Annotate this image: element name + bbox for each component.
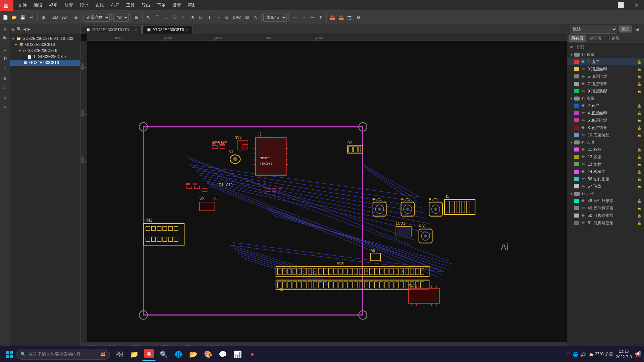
spread-h-button[interactable]: ⇔	[308, 12, 316, 22]
layer-8-lock[interactable]: 🔒	[637, 126, 641, 130]
taskbar-file-explorer[interactable]: 📁	[127, 348, 141, 361]
layer-row-14[interactable]: 👁 14 机械层 🔒	[567, 168, 644, 175]
layer-13-eye[interactable]: 👁	[581, 162, 585, 166]
layer-row-49[interactable]: 👁 49 元件标识层 🔒	[567, 204, 644, 212]
layer-48-eye[interactable]: 👁	[581, 199, 585, 203]
sidebar-net-icon[interactable]: ⊕	[1, 74, 9, 82]
layer-11-lock[interactable]: 🔒	[637, 148, 641, 152]
layer-row-11[interactable]: 👁 11 板框 🔒	[567, 146, 644, 153]
pcb-content[interactable]: KN1	[87, 41, 567, 342]
system-time[interactable]: 21:16 2022-7-3	[616, 349, 632, 360]
menu-order[interactable]: 下单	[154, 1, 169, 10]
sidebar-layers-icon[interactable]: ≡	[1, 46, 9, 54]
unit-select[interactable]: mil	[113, 13, 129, 22]
tree-root[interactable]: ▼ 📁 GD32E230C8T6-V1.0.0-202...	[10, 36, 80, 42]
export-button[interactable]: 📤	[337, 12, 345, 22]
menu-tools[interactable]: 工具	[123, 1, 138, 10]
start-button[interactable]	[3, 348, 16, 361]
taskbar-app6[interactable]: 🎨	[201, 348, 215, 361]
bottom-group-eye[interactable]: 👁	[581, 97, 585, 101]
sidebar-comp-icon[interactable]: ◧	[1, 54, 9, 62]
sidebar-note-icon[interactable]: ✎	[1, 103, 9, 111]
snap-button[interactable]: ⊕	[72, 12, 80, 22]
via-button[interactable]: ⊙	[223, 12, 231, 22]
arc-button[interactable]: ◔	[188, 12, 196, 22]
layer-1-lock[interactable]: 🔒	[637, 60, 641, 64]
layer-row-48[interactable]: 👁 48 元件外形层 🔒	[567, 197, 644, 204]
layer-3-eye[interactable]: 👁	[581, 67, 585, 71]
comp-group-eye[interactable]: 👁	[581, 192, 585, 196]
cursor-button[interactable]: ↖	[144, 12, 152, 22]
rect-button[interactable]: ▭	[162, 12, 170, 22]
layer-12-eye[interactable]: 👁	[581, 155, 585, 159]
sidebar-fab-icon[interactable]: ⊞	[1, 95, 9, 103]
ratsnest-button[interactable]: ⊠	[243, 12, 251, 22]
spread-v-button[interactable]: ⇕	[317, 12, 325, 22]
settings2-button[interactable]: ⚙	[355, 12, 363, 22]
tray-network[interactable]: 🌐	[573, 352, 578, 357]
layer-group-comp[interactable]: ▼ 👁 元件	[567, 190, 644, 197]
layer-row-50[interactable]: 👁 50 引脚焊接层 🔒	[567, 212, 644, 219]
layer-2-eye[interactable]: 👁	[581, 104, 585, 108]
layer-7-lock[interactable]: 🔒	[637, 82, 641, 86]
layer-9-eye[interactable]: 👁	[581, 89, 585, 93]
layer-4-eye[interactable]: 👁	[581, 111, 585, 115]
menu-help[interactable]: 帮助	[184, 1, 200, 10]
layer-row-8[interactable]: 👁 8 底层锡膏 🔒	[567, 124, 644, 131]
close-button[interactable]: ✕	[629, 0, 644, 11]
2d-button[interactable]: 2D	[51, 12, 59, 22]
tree-pcb[interactable]: — 🔲 GD32E230C8T6	[10, 60, 80, 66]
minimize-button[interactable]: ⎯	[598, 0, 613, 11]
layer-row-12[interactable]: 👁 12 多层 🔒	[567, 153, 644, 161]
layer-row-13[interactable]: 👁 13 文档 🔒	[567, 161, 644, 168]
tab1-close[interactable]: ✕	[135, 28, 137, 32]
layer-57-lock[interactable]: 🔒	[637, 185, 641, 188]
layer-row-3[interactable]: 👁 3 顶层丝印 🔒	[567, 65, 644, 73]
layer-row-5[interactable]: 👁 5 顶层阻焊 🔒	[567, 73, 644, 80]
layer-row-9[interactable]: 👁 9 顶层装配 🔒	[567, 87, 644, 95]
measure-button[interactable]: ⊢	[214, 12, 222, 22]
circle-button[interactable]: ○	[179, 12, 187, 22]
layer-row-all[interactable]: 👁 全部	[567, 44, 644, 51]
layer-51-lock[interactable]: 🔒	[637, 221, 641, 225]
layer-row-51[interactable]: 👁 51 引脚暴空层 🔒	[567, 219, 644, 227]
sidebar-drc-icon[interactable]: ⚠	[1, 83, 9, 91]
taskbar-browser[interactable]: 🌐	[172, 348, 185, 361]
taskbar-eda-app[interactable]: 嘉	[142, 348, 156, 361]
layer-settings-button[interactable]: ⊞	[633, 24, 641, 34]
layer-10-eye[interactable]: 👁	[581, 133, 585, 137]
new-button[interactable]: 📄	[1, 12, 9, 22]
notification-center[interactable]: 📢	[635, 351, 641, 357]
align-left-button[interactable]: ⊣	[290, 12, 299, 22]
menu-settings[interactable]: 设置	[169, 1, 184, 10]
layer-3-lock[interactable]: 🔒	[637, 67, 641, 71]
brightness-select[interactable]: 正常亮度	[84, 13, 110, 22]
layer-12-lock[interactable]: 🔒	[637, 155, 641, 159]
layer-5-lock[interactable]: 🔒	[637, 75, 641, 78]
layer-49-eye[interactable]: 👁	[581, 206, 585, 210]
layer-all-eye[interactable]: 👁	[570, 45, 574, 49]
layer-57-eye[interactable]: 👁	[581, 184, 585, 188]
layer-6-lock[interactable]: 🔒	[637, 119, 641, 122]
menu-view[interactable]: 视图	[46, 1, 61, 10]
tab-1[interactable]: 🔲 GD32E230C8T6.GD... ✕	[82, 25, 142, 34]
drc-button[interactable]: DRC	[231, 12, 242, 22]
layer-tab-copper[interactable]: 铜箔层	[587, 35, 604, 42]
save-button[interactable]: 💾	[19, 12, 27, 22]
taskbar-search-app[interactable]: 🔍	[157, 348, 170, 361]
menu-file[interactable]: 文件	[15, 1, 30, 10]
taskbar-wechat[interactable]: 💬	[216, 348, 229, 361]
layer-14-eye[interactable]: 👁	[581, 170, 585, 174]
layer-row-1[interactable]: 👁 1 顶层 🔒	[567, 58, 644, 65]
tree-sub[interactable]: ▼ ⊟ GD32E230C8T6	[10, 48, 80, 54]
tree-board[interactable]: ▼ 📦 GD32E230C8T6	[10, 42, 80, 48]
tray-sound[interactable]: 🔊	[580, 352, 586, 357]
layer-8-eye[interactable]: 👁	[581, 126, 585, 130]
grid-button[interactable]: ⊞	[39, 12, 47, 22]
align-right-button[interactable]: ⊢	[299, 12, 307, 22]
text-button[interactable]: T	[205, 12, 213, 22]
layer-9-lock[interactable]: 🔒	[637, 89, 641, 93]
rect2-button[interactable]: □	[197, 12, 205, 22]
layer-56-eye[interactable]: 👁	[581, 177, 585, 181]
poly-button[interactable]: ⬡	[170, 12, 178, 22]
